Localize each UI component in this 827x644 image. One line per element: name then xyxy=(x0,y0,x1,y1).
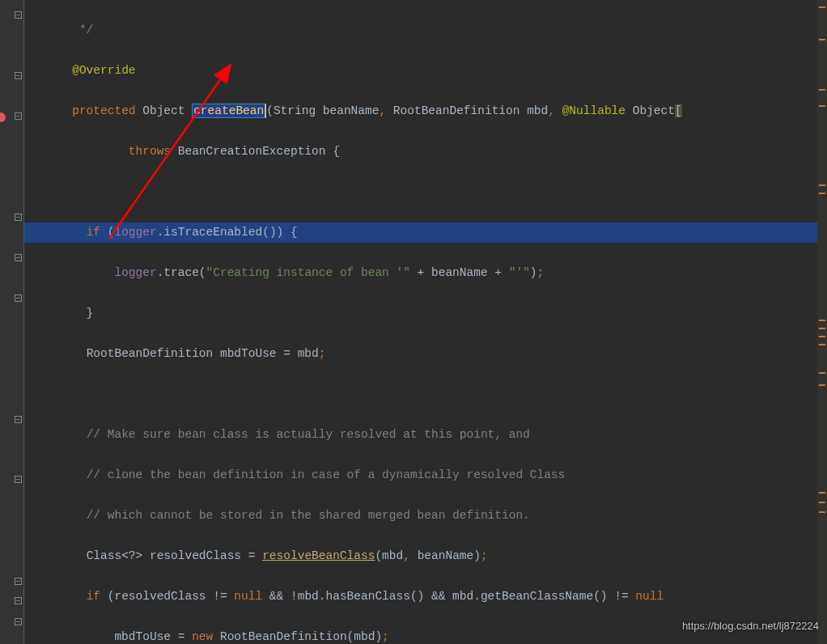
keyword-throws: throws xyxy=(129,145,171,158)
annotation-nullable: @Nullable xyxy=(562,104,626,117)
minimap[interactable] xyxy=(817,0,827,644)
fold-icon[interactable] xyxy=(15,11,22,19)
watermark-text: https://blog.csdn.net/lj872224 xyxy=(682,616,819,636)
method-createBean: createBean xyxy=(192,104,266,118)
comment: // Make sure bean class is actually reso… xyxy=(87,428,530,441)
method-link[interactable]: resolveBeanClass xyxy=(262,549,375,562)
paren: ) xyxy=(530,266,537,279)
method-call: .isTraceEnabled()) { xyxy=(157,226,298,239)
semicolon: ; xyxy=(537,266,545,279)
annotation: @Override xyxy=(72,64,135,77)
fold-icon[interactable] xyxy=(15,476,22,483)
condition: && !mbd.hasBeanClass() && mbd.getBeanCla… xyxy=(262,590,635,603)
paren: ( xyxy=(100,226,114,239)
bracket: [ xyxy=(675,104,682,117)
params: RootBeanDefinition mbd xyxy=(393,104,548,117)
keyword-null: null xyxy=(635,590,664,603)
keyword-if: if xyxy=(87,226,100,239)
keyword-new: new xyxy=(192,630,213,643)
comment: */ xyxy=(30,23,93,36)
comment: // which cannot be stored in the shared … xyxy=(87,509,530,522)
assign: mbdToUse = xyxy=(114,630,192,643)
breakpoint-icon[interactable] xyxy=(0,112,6,122)
type: Object xyxy=(136,104,193,117)
fold-icon[interactable] xyxy=(15,112,22,120)
keyword-if: if xyxy=(87,590,100,603)
fold-icon[interactable] xyxy=(15,416,22,423)
method-call: .trace( xyxy=(157,266,206,279)
exception-type: BeanCreationException { xyxy=(171,145,340,158)
semicolon: ; xyxy=(319,347,326,360)
comma: , xyxy=(548,104,562,117)
statement: Class<?> resolvedClass = xyxy=(87,549,263,562)
concat: + beanName + xyxy=(410,266,509,279)
string-literal: "Creating instance of bean '" xyxy=(206,266,410,279)
code-editor[interactable]: */ @Override protected Object createBean… xyxy=(24,0,827,644)
condition: (resolvedClass != xyxy=(100,590,234,603)
comment: // clone the bean definition in case of … xyxy=(87,468,566,481)
comma: , xyxy=(403,549,417,562)
statement: RootBeanDefinition mbdToUse = mbd xyxy=(87,347,319,360)
fold-icon[interactable] xyxy=(15,72,22,79)
gutter xyxy=(0,0,24,644)
fold-icon[interactable] xyxy=(15,254,22,261)
args: (mbd xyxy=(375,549,403,562)
brace: } xyxy=(30,307,93,320)
field-logger: logger xyxy=(114,226,156,239)
keyword-protected: protected xyxy=(72,104,135,117)
semicolon: ; xyxy=(481,549,488,562)
args: beanName) xyxy=(418,549,481,562)
ctor: RootBeanDefinition(mbd) xyxy=(213,630,382,643)
semicolon: ; xyxy=(382,630,389,643)
params: Object xyxy=(626,104,675,117)
fold-icon[interactable] xyxy=(15,597,22,604)
keyword-null: null xyxy=(234,590,262,603)
fold-icon[interactable] xyxy=(15,294,22,302)
fold-icon[interactable] xyxy=(15,618,22,625)
fold-icon[interactable] xyxy=(15,214,22,221)
comma: , xyxy=(379,104,392,117)
field-logger: logger xyxy=(114,266,156,279)
params: (String beanName xyxy=(266,104,379,117)
fold-icon[interactable] xyxy=(15,578,22,585)
string-literal: "'" xyxy=(509,266,530,279)
